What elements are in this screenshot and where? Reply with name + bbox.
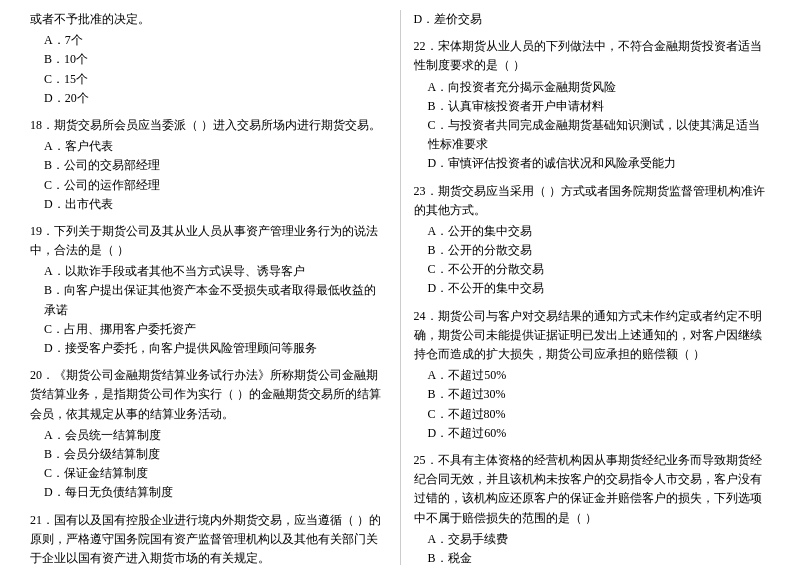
q19-option-b: B．向客户提出保证其他资产本金不受损失或者取得最低收益的承诺	[30, 281, 387, 319]
question-18-text: 18．期货交易所会员应当委派（ ）进入交易所场内进行期货交易。	[30, 116, 387, 135]
q23-option-b: B．公开的分散交易	[414, 241, 771, 260]
option-b: B．10个	[30, 50, 387, 69]
q19-option-d: D．接受客户委托，向客户提供风险管理顾问等服务	[30, 339, 387, 358]
q23-option-a: A．公开的集中交易	[414, 222, 771, 241]
question-right-intro-text: D．差价交易	[414, 10, 771, 29]
question-21-text: 21．国有以及国有控股企业进行境内外期货交易，应当遵循（ ）的原则，严格遵守国务…	[30, 511, 387, 566]
option-d: D．20个	[30, 89, 387, 108]
question-block-24: 24．期货公司与客户对交易结果的通知方式未作约定或者约定不明确，期货公司未能提供…	[414, 307, 771, 443]
question-block-right-intro: D．差价交易	[414, 10, 771, 29]
q20-option-c: C．保证金结算制度	[30, 464, 387, 483]
question-block-23: 23．期货交易应当采用（ ）方式或者国务院期货监督管理机构准许的其他方式。 A．…	[414, 182, 771, 299]
question-23-text: 23．期货交易应当采用（ ）方式或者国务院期货监督管理机构准许的其他方式。	[414, 182, 771, 220]
question-24-text: 24．期货公司与客户对交易结果的通知方式未作约定或者约定不明确，期货公司未能提供…	[414, 307, 771, 365]
q25-option-b: B．税金	[414, 549, 771, 565]
column-divider	[400, 10, 401, 565]
question-block-intro: 或者不予批准的决定。 A．7个 B．10个 C．15个 D．20个	[30, 10, 387, 108]
q22-option-d: D．审慎评估投资者的诚信状况和风险承受能力	[414, 154, 771, 173]
q18-option-c: C．公司的运作部经理	[30, 176, 387, 195]
q24-option-d: D．不超过60%	[414, 424, 771, 443]
question-19-text: 19．下列关于期货公司及其从业人员从事资产管理业务行为的说法中，合法的是（ ）	[30, 222, 387, 260]
question-20-text: 20．《期货公司金融期货结算业务试行办法》所称期货公司金融期货结算业务，是指期货…	[30, 366, 387, 424]
q20-option-a: A．会员统一结算制度	[30, 426, 387, 445]
q22-option-a: A．向投资者充分揭示金融期货风险	[414, 78, 771, 97]
q24-option-b: B．不超过30%	[414, 385, 771, 404]
question-block-22: 22．宋体期货从业人员的下列做法中，不符合金融期货投资者适当性制度要求的是（ ）…	[414, 37, 771, 173]
question-25-text: 25．不具有主体资格的经营机构因从事期货经纪业务而导致期货经纪合同无效，并且该机…	[414, 451, 771, 528]
q23-option-d: D．不公开的集中交易	[414, 279, 771, 298]
option-c: C．15个	[30, 70, 387, 89]
q20-option-b: B．会员分级结算制度	[30, 445, 387, 464]
q18-option-d: D．出市代表	[30, 195, 387, 214]
q25-option-a: A．交易手续费	[414, 530, 771, 549]
left-column: 或者不予批准的决定。 A．7个 B．10个 C．15个 D．20个 18．期货交…	[30, 10, 395, 565]
question-22-text: 22．宋体期货从业人员的下列做法中，不符合金融期货投资者适当性制度要求的是（ ）	[414, 37, 771, 75]
page-content: 或者不予批准的决定。 A．7个 B．10个 C．15个 D．20个 18．期货交…	[30, 10, 770, 565]
question-block-21: 21．国有以及国有控股企业进行境内外期货交易，应当遵循（ ）的原则，严格遵守国务…	[30, 511, 387, 566]
q24-option-a: A．不超过50%	[414, 366, 771, 385]
q22-option-b: B．认真审核投资者开户申请材料	[414, 97, 771, 116]
question-block-25: 25．不具有主体资格的经营机构因从事期货经纪业务而导致期货经纪合同无效，并且该机…	[414, 451, 771, 565]
option-a: A．7个	[30, 31, 387, 50]
question-block-18: 18．期货交易所会员应当委派（ ）进入交易所场内进行期货交易。 A．客户代表 B…	[30, 116, 387, 214]
q23-option-c: C．不公开的分散交易	[414, 260, 771, 279]
q24-option-c: C．不超过80%	[414, 405, 771, 424]
q18-option-b: B．公司的交易部经理	[30, 156, 387, 175]
question-intro-text: 或者不予批准的决定。	[30, 10, 387, 29]
q20-option-d: D．每日无负债结算制度	[30, 483, 387, 502]
question-block-20: 20．《期货公司金融期货结算业务试行办法》所称期货公司金融期货结算业务，是指期货…	[30, 366, 387, 502]
q22-option-c: C．与投资者共同完成金融期货基础知识测试，以使其满足适当性标准要求	[414, 116, 771, 154]
q19-option-c: C．占用、挪用客户委托资产	[30, 320, 387, 339]
right-column: D．差价交易 22．宋体期货从业人员的下列做法中，不符合金融期货投资者适当性制度…	[406, 10, 771, 565]
question-block-19: 19．下列关于期货公司及其从业人员从事资产管理业务行为的说法中，合法的是（ ） …	[30, 222, 387, 358]
q19-option-a: A．以欺诈手段或者其他不当方式误导、诱导客户	[30, 262, 387, 281]
q18-option-a: A．客户代表	[30, 137, 387, 156]
